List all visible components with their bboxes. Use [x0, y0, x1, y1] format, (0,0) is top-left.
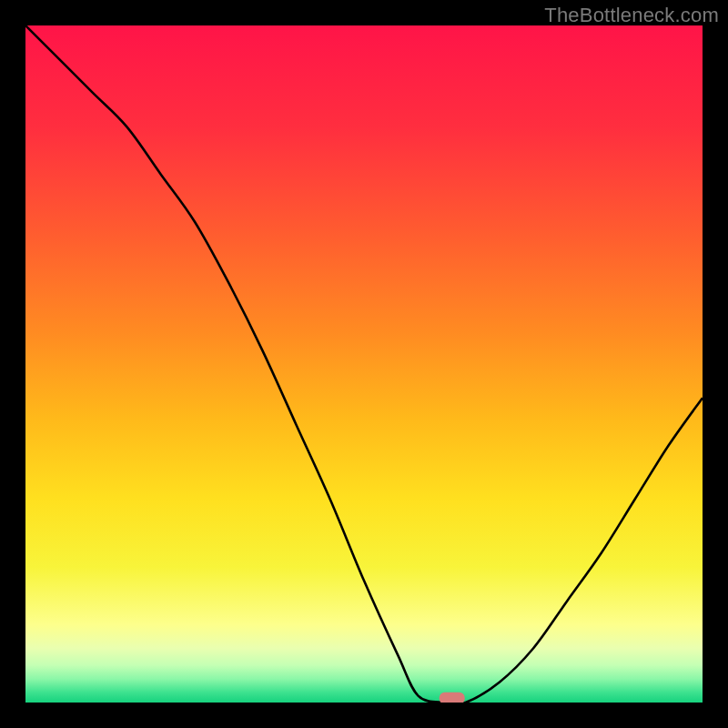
- chart-frame: TheBottleneck.com: [0, 0, 728, 728]
- chart-plot-area: [25, 25, 703, 703]
- chart-svg: [25, 25, 703, 703]
- optimal-marker: [440, 693, 465, 703]
- watermark-label: TheBottleneck.com: [544, 4, 719, 27]
